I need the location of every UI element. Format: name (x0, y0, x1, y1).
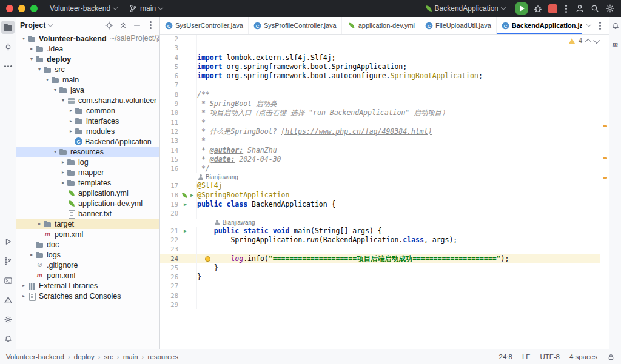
breadcrumb-src[interactable]: src (104, 353, 113, 360)
tree-item-volunteer-backend[interactable]: ▾Volunteer-backend~/saleProject/高考志愿填 (16, 33, 159, 44)
line-number[interactable]: 15 (160, 155, 181, 164)
line-number[interactable]: 6 (160, 71, 181, 81)
project-tool-button[interactable] (1, 21, 15, 34)
chevron-down-icon[interactable] (48, 22, 53, 27)
tree-item-modules[interactable]: ▸modules (16, 126, 159, 136)
tree-item-main[interactable]: ▾main (16, 74, 159, 85)
chevron-right-icon[interactable]: ▸ (67, 118, 75, 124)
tree-item-application-dev-yml[interactable]: application-dev.yml (16, 198, 159, 208)
more-actions-icon[interactable] (565, 8, 567, 10)
code-line-16[interactable]: 16 */ (160, 164, 600, 173)
tree-item-external-libraries[interactable]: ▸External Libraries (16, 280, 159, 291)
branch-selector[interactable]: main (124, 2, 167, 15)
line-number[interactable]: 17 (160, 181, 181, 190)
run-gutter-icon[interactable]: ▶ (189, 191, 195, 200)
line-number[interactable]: 28 (160, 291, 181, 300)
chevron-right-icon[interactable]: ▸ (59, 159, 67, 165)
tab-application-dev-yml[interactable]: application-dev.yml (342, 17, 420, 34)
code-line-10[interactable]: 10 * 项目启动入口（点击右键 选择 "run BackendApplicat… (160, 108, 600, 117)
problems-tool-button[interactable] (1, 293, 15, 306)
debug-icon[interactable] (533, 4, 543, 13)
terminal-tool-button[interactable] (1, 274, 15, 287)
run-configuration-selector[interactable]: BackendApplication (421, 2, 510, 15)
chevron-down-icon[interactable]: ▾ (52, 87, 59, 93)
code-line-17[interactable]: 17@Slf4j (160, 181, 600, 190)
tab-backendapplication-java[interactable]: CBackendApplication.java× (497, 17, 582, 34)
code-vision-inlay[interactable]: Bianjiawang (160, 173, 600, 181)
maven-tool-button[interactable]: m (613, 40, 618, 49)
line-number[interactable]: 21 (160, 227, 181, 236)
tab-sysprofilecontroller-java[interactable]: CSysProfileController.java (249, 17, 342, 34)
code-line-15[interactable]: 15 * @date: 2024-04-30 (160, 155, 600, 164)
line-number[interactable]: 7 (160, 81, 181, 90)
code-line-4[interactable]: 4import lombok.extern.slf4j.Slf4j; (160, 53, 600, 62)
warning-stripe-mark[interactable] (603, 125, 607, 127)
chevron-down-icon[interactable]: ▾ (59, 98, 67, 103)
tree-item-interfaces[interactable]: ▸interfaces (16, 116, 159, 126)
run-gutter-icon[interactable]: ▶ (182, 227, 189, 236)
tree-item-common[interactable]: ▸common (16, 105, 159, 116)
breadcrumb-resources[interactable]: resources (147, 353, 178, 360)
line-separator[interactable]: LF (522, 353, 530, 360)
code-line-20[interactable]: 20 (160, 209, 600, 218)
tree-item-target[interactable]: ▸target (16, 219, 159, 229)
chevron-right-icon[interactable]: ▸ (20, 293, 27, 299)
line-number[interactable]: 11 (160, 118, 181, 127)
hidden-tabs-icon[interactable] (586, 22, 591, 27)
caret-position[interactable]: 24:8 (499, 353, 512, 360)
line-number[interactable]: 2 (160, 35, 181, 44)
chevron-right-icon[interactable]: ▸ (20, 283, 27, 288)
code-line-5[interactable]: 5import org.springframework.boot.SpringA… (160, 62, 600, 71)
line-number[interactable]: 27 (160, 282, 181, 291)
tab-fileuploadutil-java[interactable]: CFileUploadUtil.java (420, 17, 497, 34)
more-tool-windows-button[interactable] (1, 59, 15, 73)
chevron-down-icon[interactable]: ▾ (52, 149, 59, 154)
notifications-tool-button[interactable] (1, 332, 15, 345)
line-number[interactable]: 5 (160, 62, 181, 71)
line-number[interactable]: 13 (160, 136, 181, 145)
line-number[interactable]: 29 (160, 300, 181, 309)
tree-item-deploy[interactable]: ▾deploy (16, 54, 159, 64)
hide-panel-button[interactable] (132, 20, 142, 30)
tree-item--gitignore[interactable]: ⊘.gitignore (16, 260, 159, 270)
code-line-3[interactable]: 3 (160, 44, 600, 53)
line-number[interactable]: 26 (160, 273, 181, 282)
code-line-9[interactable]: 9 * SpringBoot 启动类 (160, 99, 600, 108)
project-panel-title[interactable]: Project (20, 21, 45, 30)
intention-bulb-icon[interactable] (205, 256, 210, 262)
tree-item-application-yml[interactable]: application.yml (16, 188, 159, 198)
chevron-down-icon[interactable]: ▾ (28, 56, 35, 62)
chevron-right-icon[interactable]: ▸ (28, 252, 35, 257)
line-number[interactable]: 25 (160, 263, 181, 273)
chevron-right-icon[interactable]: ▸ (67, 128, 75, 134)
line-number[interactable]: 9 (160, 99, 181, 108)
previous-warning-button[interactable] (585, 38, 591, 45)
code-line-19[interactable]: 19▶public class BackendApplication { (160, 200, 600, 209)
close-window-button[interactable] (6, 5, 13, 12)
tree-item-pom-xml[interactable]: mpom.xml (16, 229, 159, 239)
run-gutter-icon[interactable]: ▶ (182, 200, 189, 209)
run-tool-button[interactable] (1, 235, 15, 248)
tree-item-backendapplication[interactable]: CBackendApplication (16, 136, 159, 147)
tree-item-doc[interactable]: doc (16, 239, 159, 250)
code-line-14[interactable]: 14 * @author: ShanZhu (160, 146, 600, 155)
breadcrumb-volunteer-backend[interactable]: Volunteer-backend (6, 353, 64, 360)
warning-stripe-mark[interactable] (603, 177, 607, 179)
project-selector[interactable]: Volunteer-backend (45, 2, 122, 15)
run-button[interactable] (515, 2, 528, 15)
code-line-28[interactable]: 28 (160, 291, 600, 300)
code-line-13[interactable]: 13 * (160, 136, 600, 145)
tree-item-mapper[interactable]: ▸mapper (16, 167, 159, 177)
code-line-27[interactable]: 27 (160, 282, 600, 291)
code-line-29[interactable]: 29 (160, 300, 600, 309)
tree-item-templates[interactable]: ▸templates (16, 177, 159, 188)
tab-sysusercontroller-java[interactable]: CSysUserController.java (160, 17, 249, 34)
code-line-2[interactable]: 2 (160, 35, 600, 44)
code-line-6[interactable]: 6import org.springframework.boot.autocon… (160, 71, 600, 81)
code-line-22[interactable]: 22 SpringApplication.run(BackendApplicat… (160, 236, 600, 245)
search-icon[interactable] (590, 4, 600, 13)
chevron-down-icon[interactable]: ▾ (20, 36, 27, 41)
chevron-right-icon[interactable]: ▸ (67, 108, 75, 113)
chevron-right-icon[interactable]: ▸ (59, 180, 67, 185)
services-tool-button[interactable] (1, 313, 15, 326)
